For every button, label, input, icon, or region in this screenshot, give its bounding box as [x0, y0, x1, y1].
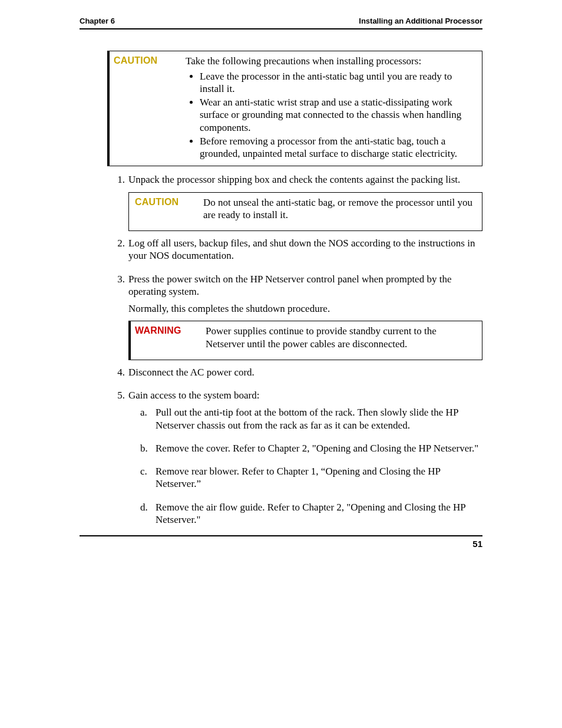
page-number: 51 — [472, 539, 482, 549]
header-left: Chapter 6 — [80, 17, 115, 26]
substep-marker: b. — [140, 442, 156, 459]
step-marker: 5. — [107, 389, 128, 536]
warning-inline-text: Power supplies continue to provide stand… — [206, 325, 477, 350]
caution-intro: Take the following precautions when inst… — [186, 55, 477, 67]
step-5: 5. Gain access to the system board: a. P… — [107, 389, 482, 536]
step-marker: 4. — [107, 366, 128, 383]
step-text: Log off all users, backup files, and shu… — [128, 237, 482, 262]
caution-bullet: Wear an anti-static wrist strap and use … — [200, 96, 477, 134]
step-marker: 3. — [107, 273, 128, 360]
caution-label: CAUTION — [129, 193, 202, 212]
caution-inline-box: CAUTION Do not unseal the anti-static ba… — [128, 192, 482, 232]
step-text-2: Normally, this completes the shutdown pr… — [128, 302, 482, 315]
step-text: Unpack the processor shipping box and ch… — [128, 173, 482, 186]
page: Chapter 6 Installing an Additional Proce… — [0, 0, 562, 728]
step-2: 2. Log off all users, backup files, and … — [107, 237, 482, 267]
caution-label: CAUTION — [108, 51, 184, 70]
warning-label: WARNING — [129, 321, 204, 340]
running-header: Chapter 6 Installing an Additional Proce… — [80, 17, 482, 29]
warning-inline-box: WARNING Power supplies continue to provi… — [128, 321, 482, 360]
caution-inline-body: Do not unseal the anti-static bag, or re… — [202, 193, 482, 231]
substep-a: a. Pull out the anti-tip foot at the bot… — [128, 406, 482, 436]
substep-marker: a. — [140, 406, 156, 436]
substep-text: Remove the air flow guide. Refer to Chap… — [156, 501, 482, 526]
caution-inline-text: Do not unseal the anti-static bag, or re… — [203, 196, 477, 222]
warning-inline-body: Power supplies continue to provide stand… — [204, 321, 482, 360]
step-4: 4. Disconnect the AC power cord. — [107, 366, 482, 383]
substep-b: b. Remove the cover. Refer to Chapter 2,… — [128, 442, 482, 459]
step-text: Disconnect the AC power cord. — [128, 366, 482, 378]
substep-c: c. Remove rear blower. Refer to Chapter … — [128, 465, 482, 495]
step-list: 1. Unpack the processor shipping box and… — [107, 173, 482, 536]
header-right: Installing an Additional Processor — [359, 17, 482, 26]
substep-text: Remove rear blower. Refer to Chapter 1, … — [156, 465, 482, 490]
step-text: Press the power switch on the HP Netserv… — [128, 273, 482, 298]
substep-d: d. Remove the air flow guide. Refer to C… — [128, 501, 482, 531]
step-marker: 2. — [107, 237, 128, 267]
step-text: Gain access to the system board: — [128, 389, 482, 401]
caution-bullet: Leave the processor in the anti-static b… — [200, 70, 477, 95]
substep-text: Remove the cover. Refer to Chapter 2, "O… — [156, 442, 482, 454]
caution-body: Take the following precautions when inst… — [184, 51, 482, 166]
substep-text: Pull out the anti-tip foot at the bottom… — [156, 406, 482, 431]
caution-bullet-list: Leave the processor in the anti-static b… — [186, 70, 477, 160]
substep-list: a. Pull out the anti-tip foot at the bot… — [128, 406, 482, 531]
page-footer: 51 — [80, 535, 482, 550]
substep-marker: c. — [140, 465, 156, 495]
step-3: 3. Press the power switch on the HP Nets… — [107, 273, 482, 360]
substep-marker: d. — [140, 501, 156, 531]
caution-bullet: Before removing a processor from the ant… — [200, 135, 477, 160]
step-marker: 1. — [107, 173, 128, 231]
step-1: 1. Unpack the processor shipping box and… — [107, 173, 482, 231]
page-content: CAUTION Take the following precautions w… — [80, 29, 482, 536]
caution-box: CAUTION Take the following precautions w… — [107, 51, 482, 166]
